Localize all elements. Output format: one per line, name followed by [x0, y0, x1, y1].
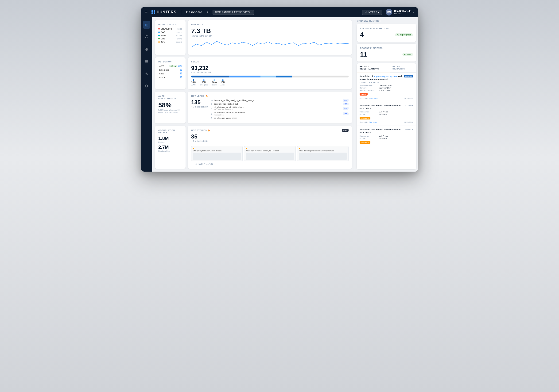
sidebar-item-home[interactable]: ⊞	[143, 21, 150, 29]
leads-bar	[191, 76, 349, 77]
inv-item-1[interactable]: UNREAD Suspicion of apps.energy-corp.com…	[357, 73, 416, 102]
story-item-1[interactable]: DNS Query to low reputation domain	[191, 146, 243, 161]
det-azure-count[interactable]: 16	[180, 76, 182, 79]
stories-plus-badge: +245	[342, 129, 349, 132]
recent-inc-stat-row: 11 +2 New	[360, 51, 413, 58]
investigations-panel: RECENT INVESTIGATIONS RECENT INCIDENTS U…	[357, 63, 416, 169]
sidebar-item-list[interactable]: ☰	[143, 58, 150, 65]
okta-name: Okta	[161, 37, 165, 40]
leads-breakdown-enterprise: 20% Enterprise	[200, 79, 208, 86]
tab-recent-investigations[interactable]: RECENT INVESTIGATIONS	[357, 63, 390, 72]
fire-icon: 🔥	[205, 95, 208, 97]
auto-inv-label: AUTO INVESTIGATION	[158, 95, 182, 100]
inv-item-2[interactable]: CLOSED ✓ Suspicion for Chinese adware in…	[357, 102, 416, 126]
inv-entity-hostname-2: Hostname: Adi-Preiss	[360, 111, 413, 113]
leads-breakdown-azure: 10% Azure	[221, 79, 225, 86]
detection-label: DETECTION	[158, 61, 182, 63]
det-aws-name: AWS	[159, 65, 164, 67]
inv-tabs: RECENT INVESTIGATIONS RECENT INCIDENTS	[357, 63, 416, 73]
timerange-selector[interactable]: TIME RANGE: LAST 30 DAYS ▾	[213, 10, 254, 15]
ingestion-source-azure: Azure 10.3GB	[158, 34, 182, 36]
row-autoinv-hotleads: AUTO INVESTIGATION 58% 5,894 leads with …	[155, 91, 352, 123]
recent-inv-stat-row: 4 +2 In progress	[360, 31, 413, 38]
leads-value: 93,232	[191, 65, 349, 71]
sidebar-item-gear[interactable]: ⚙	[143, 82, 150, 90]
detection-aws: AWS +2 New 329	[158, 65, 182, 67]
story-dot-2	[246, 148, 247, 149]
list-item: 8 account_was_locked_out +80	[211, 103, 349, 105]
inv-severity-badge-3: Medium	[360, 141, 370, 144]
det-ent-count[interactable]: 61	[180, 69, 182, 71]
inv-item-3[interactable]: SUBMIT ✓ Suspicion for Chinese adware in…	[357, 126, 416, 147]
hot-leads-sub: + 7 in the last 24h	[191, 106, 208, 108]
story-title-3: Azure disk snapshot download link genera…	[299, 150, 347, 152]
story-title-2: Azure sign-in marked as risky by Microso…	[246, 150, 294, 152]
story-content-2	[246, 153, 294, 160]
topbar-title: Dashboard	[186, 10, 202, 14]
hunters-button[interactable]: HUNTERS ▾	[362, 10, 382, 15]
hamburger-icon[interactable]: ☰	[145, 10, 148, 14]
row-ingestion-rawdata: INGESTION (6/8) CrowdStrike 52GB	[155, 20, 352, 55]
story-prev-icon[interactable]: ←	[191, 162, 194, 165]
crowdstrike-name: CrowdStrike	[161, 28, 172, 30]
recent-inc-badge: +2 New	[402, 53, 413, 56]
det-aws-count[interactable]: 329	[178, 65, 182, 67]
sidebar-item-shield[interactable]: 🛡	[143, 33, 150, 41]
detection-azure: Azure 16	[158, 76, 182, 79]
raw-data-value: 7.3 TB	[191, 28, 349, 34]
breakdown-saas-dot	[214, 79, 215, 81]
auto-inv-pct: 58%	[158, 101, 182, 109]
recent-inv-badge: +2 In progress	[395, 33, 413, 36]
azure-name: Azure	[161, 34, 166, 36]
story-content-3	[299, 153, 347, 160]
story-content-1	[193, 153, 241, 160]
sidebar-item-snowflake[interactable]: ✳	[143, 70, 150, 77]
detection-card: DETECTION AWS +2 New 329	[155, 57, 186, 89]
sidebar-item-settings[interactable]: ⚙	[143, 46, 150, 53]
det-saas-name: Saas	[159, 73, 164, 75]
inv-list: UNREAD Suspicion of apps.energy-corp.com…	[357, 73, 416, 169]
breakdown-aws-dot	[193, 79, 194, 81]
azure-size: 10.3GB	[176, 35, 182, 36]
inv-entities-label-1: ENTITIES INVOLVED:	[360, 82, 413, 84]
raw-data-card: RAW DATA 7.3 TB +2.1GB in the last 24h	[188, 20, 352, 55]
story-next-icon[interactable]: →	[214, 162, 217, 165]
refresh-icon[interactable]: ↻	[207, 10, 210, 14]
inv-severity-badge-1: High	[360, 93, 368, 96]
det-saas-count[interactable]: 32	[180, 72, 182, 75]
ingestion-card: INGESTION (6/8) CrowdStrike 52GB	[155, 20, 186, 55]
user-menu[interactable]: BN Ben Nathan, Jr. Hunters ▾	[386, 9, 414, 16]
raw-data-sub: +2.1GB in the last 24h	[191, 35, 349, 37]
aws-name: AWS	[161, 31, 165, 33]
ingestion-source-aws: AWS 35.4GB	[158, 31, 182, 33]
topbar-right: HUNTERS ▾ BN Ben Nathan, Jr. Hunters ▾	[362, 9, 414, 16]
recent-incidents-stat-card: RECENT INCIDENTS 11 +2 New	[357, 44, 416, 62]
grid-icon	[151, 10, 155, 14]
leads-bar-other	[292, 76, 349, 77]
auto-investigation-card: AUTO INVESTIGATION 58% 5,894 leads with …	[155, 91, 186, 123]
list-item: 3 cb_defense_email_to_username Home clou…	[211, 111, 349, 116]
logo: HUNTERS	[151, 10, 176, 14]
detection-sources: AWS +2 New 329 Enterprise	[158, 65, 182, 79]
entities-value: 1.8M	[158, 136, 182, 141]
breakdown-ent-label: Enterprise	[200, 84, 208, 86]
inv-link-1[interactable]: apps.energy-corp.com	[374, 75, 398, 77]
story-dot-1	[193, 148, 194, 149]
breakdown-azure-pct: 10%	[221, 81, 225, 84]
inv-title-1: UNREAD Suspicion of apps.energy-corp.com…	[360, 75, 413, 81]
tab-recent-incidents[interactable]: RECENT INCIDENTS	[390, 63, 416, 72]
breakdown-azure-label: Azure	[221, 84, 225, 86]
leads-card: LEADS 93,232 +24.23 in the last 24h 24%	[188, 57, 352, 89]
fire-stories-icon: 🔥	[207, 129, 210, 131]
main-layout: ⊞ 🛡 ⚙ ☰ ✳ ⚙ INGESTION (6/8) CrowdStrike	[141, 17, 418, 172]
inv-title-3: SUBMIT ✓ Suspicion for Chinese adware in…	[360, 128, 413, 134]
inv-entity-attacker-1: Attacker machine: 216.239.36.21	[360, 89, 413, 91]
story-item-2[interactable]: Azure sign-in marked as risky by Microso…	[244, 146, 296, 161]
det-azure-name: Azure	[159, 76, 165, 79]
detection-enterprise: Enterprise 61	[158, 69, 182, 71]
inv-entity-hostname-3: Hostname: Adi-Preiss	[360, 135, 413, 137]
hot-stories-value: 35	[191, 133, 210, 140]
story-item-3[interactable]: Azure disk snapshot download link genera…	[297, 146, 349, 161]
list-item: 8 cb_defense_email - AF/Invi.mor No cred…	[211, 106, 349, 110]
recent-inv-stat-header: RECENT INVESTIGATIONS	[360, 27, 413, 30]
